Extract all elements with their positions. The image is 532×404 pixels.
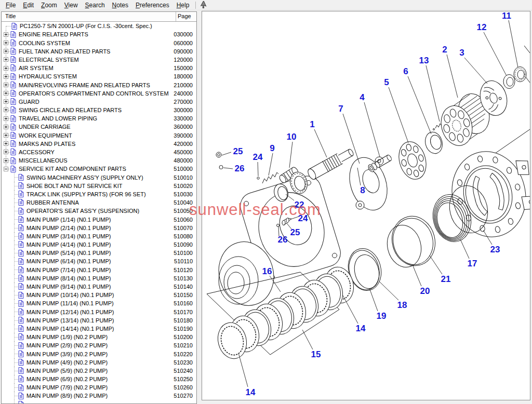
tree-row[interactable]: MAIN PUMP (3/14) (N0.1 PUMP)510080 <box>2 232 196 240</box>
callout-20[interactable]: 20 <box>420 286 430 296</box>
callout-5[interactable]: 5 <box>384 77 389 87</box>
callout-24[interactable]: 24 <box>253 152 263 162</box>
expander-plus[interactable] <box>4 57 8 62</box>
tree-row[interactable]: MARKS AND PLATES420000 <box>2 140 196 148</box>
tree-row[interactable]: MAIN/REVOLVING FRAME AND RELATED PARTS21… <box>2 80 196 89</box>
tree-row[interactable]: MISCELLANEOUS480000 <box>2 156 196 165</box>
tree-row[interactable]: RUBBER ANTENNA510040 <box>2 198 196 207</box>
expander-plus[interactable] <box>4 107 8 112</box>
menu-preferences[interactable]: Preferences <box>132 1 173 10</box>
tree-row[interactable]: SWING MACHINERY ASS'Y (SUPPLY ONLY)51001… <box>2 173 196 181</box>
tree-row[interactable]: MAIN PUMP (3/9) (N0.2 PUMP)510220 <box>2 349 196 358</box>
tree-row[interactable]: MAIN PUMP (7/9) (N0.2 PUMP)510260 <box>2 383 196 392</box>
tree-row[interactable]: UNDER CARRIAGE360000 <box>2 123 196 131</box>
expander-plus[interactable] <box>4 99 8 104</box>
callout-2[interactable]: 2 <box>442 45 447 55</box>
tree-row[interactable]: MAIN PUMP (6/14) (N0.1 PUMP)510110 <box>2 257 196 265</box>
tree-row[interactable]: OPERATOR'S SEAT ASS'Y (SUSPENSION)510050 <box>2 207 196 215</box>
tree-row[interactable]: MAIN PUMP (12/14) (N0.1 PUMP)510170 <box>2 307 196 316</box>
tree-row[interactable]: MAIN PUMP (9/14) (N0.1 PUMP)510140 <box>2 282 196 291</box>
tree-row[interactable]: MAIN PUMP (7/14) (N0.1 PUMP)510120 <box>2 265 196 274</box>
expander-plus[interactable] <box>4 91 8 96</box>
expander-plus[interactable] <box>4 66 8 71</box>
callout-6[interactable]: 6 <box>403 66 408 76</box>
tree-row[interactable]: MAIN PUMP (4/14) (N0.1 PUMP)510090 <box>2 240 196 249</box>
menu-help[interactable]: Help <box>173 1 193 10</box>
callout-7[interactable]: 7 <box>338 104 343 114</box>
tree-row[interactable]: MAIN PUMP (10/14) (N0.1 PUMP)510150 <box>2 291 196 299</box>
tree-row[interactable]: MAIN PUMP (1/14) (N0.1 PUMP)510060 <box>2 215 196 223</box>
tree-row[interactable]: MAIN PUMP (5/9) (N0.2 PUMP)510240 <box>2 367 196 375</box>
callout-22[interactable]: 22 <box>295 200 304 210</box>
callout-3[interactable]: 3 <box>459 48 464 58</box>
expander-plus[interactable] <box>4 74 8 79</box>
tree-row[interactable]: PC1250-7 S/N 20001-UP (For C.I.S. -30cen… <box>2 22 196 30</box>
callout-25[interactable]: 25 <box>290 227 300 237</box>
expander-plus[interactable] <box>4 41 8 45</box>
tree-row[interactable]: ACCESSORY450000 <box>2 148 196 156</box>
tree-row[interactable]: FUEL TANK AND RELATED PARTS090000 <box>2 47 196 56</box>
callout-9[interactable]: 9 <box>270 143 274 153</box>
tree-row[interactable]: MAIN PUMP (8/14) (N0.1 PUMP)510130 <box>2 274 196 282</box>
expander-plus[interactable] <box>4 32 8 37</box>
expander-plus[interactable] <box>4 150 8 154</box>
tree-row[interactable]: COOLING SYSTEM060000 <box>2 38 196 47</box>
column-header-title[interactable]: Title <box>5 13 16 19</box>
callout-15[interactable]: 15 <box>311 349 321 359</box>
callout-10[interactable]: 10 <box>287 132 297 142</box>
callout-1[interactable]: 1 <box>310 119 314 129</box>
tree-row[interactable]: MAIN PUMP (14/14) (N0.1 PUMP)510190 <box>2 325 196 333</box>
menu-view[interactable]: View <box>61 1 82 10</box>
callout-25[interactable]: 25 <box>233 146 243 156</box>
tree-row[interactable]: HYDRAULIC SYSTEM180000 <box>2 72 196 80</box>
tree-row[interactable]: MAIN PUMP (2/9) (N0.2 PUMP)510210 <box>2 341 196 349</box>
callout-21[interactable]: 21 <box>441 274 451 284</box>
expander-plus[interactable] <box>4 83 8 87</box>
tree-row[interactable]: WORK EQUIPMENT390000 <box>2 131 196 139</box>
expander-plus[interactable] <box>4 133 8 138</box>
tree-row[interactable]: MAIN PUMP (5/14) (N0.1 PUMP)510100 <box>2 249 196 257</box>
expander-plus[interactable] <box>4 116 8 121</box>
callout-26[interactable]: 26 <box>278 235 288 245</box>
diagram-panel[interactable]: 1234567891011121314141516171819202122232… <box>202 11 530 400</box>
tree-row[interactable]: ENGINE RELATED PARTS030000 <box>2 30 196 38</box>
tree-row[interactable]: MAIN PUMP (1/9) (N0.2 PUMP)510200 <box>2 333 196 341</box>
callout-4[interactable]: 4 <box>360 92 365 102</box>
expander-plus[interactable] <box>4 158 8 163</box>
callout-11[interactable]: 11 <box>502 11 511 21</box>
tree-row[interactable]: MAIN PUMP (4/9) (N0.2 PUMP)510230 <box>2 358 196 367</box>
expander-minus[interactable] <box>4 167 8 171</box>
pointer-tool-icon[interactable] <box>200 1 208 9</box>
callout-14[interactable]: 14 <box>356 324 366 333</box>
callout-19[interactable]: 19 <box>377 311 387 321</box>
column-divider[interactable] <box>176 12 176 21</box>
tree-row[interactable]: SWING CIRCLE AND RELATED PARTS300000 <box>2 106 196 114</box>
tree-row[interactable]: MAIN PUMP (13/14) (N0.1 PUMP)510180 <box>2 316 196 325</box>
menu-zoom[interactable]: Zoom <box>37 1 61 10</box>
expander-plus[interactable] <box>4 49 8 53</box>
expander-plus[interactable] <box>4 141 8 146</box>
tree-row[interactable]: OPERATOR'S COMPARTMENT AND CONTROL SYSTE… <box>2 89 196 98</box>
menu-file[interactable]: File <box>2 1 19 10</box>
tree-row[interactable]: SHOE BOLT AND NUT SERVICE KIT510020 <box>2 182 196 190</box>
tree-row[interactable]: ELECTRICAL SYSTEM120000 <box>2 56 196 64</box>
callout-8[interactable]: 8 <box>360 185 365 195</box>
tree-row[interactable]: MAIN PUMP (8/9) (N0.2 PUMP)510270 <box>2 392 196 400</box>
callout-14[interactable]: 14 <box>246 387 256 397</box>
callout-17[interactable]: 17 <box>468 259 477 268</box>
callout-23[interactable]: 23 <box>490 245 500 254</box>
callout-12[interactable]: 12 <box>477 22 487 32</box>
menu-edit[interactable]: Edit <box>19 1 37 10</box>
callout-18[interactable]: 18 <box>397 300 407 310</box>
tree-row[interactable]: SERVICE KIT AND COMPONENT PARTS510000 <box>2 165 196 173</box>
tree-row[interactable]: MAIN PUMP (2/14) (N0.1 PUMP)510070 <box>2 224 196 232</box>
tree-row[interactable]: MAIN PUMP (6/9) (N0.2 PUMP)510250 <box>2 375 196 383</box>
callout-16[interactable]: 16 <box>262 266 272 276</box>
tree-row[interactable]: TRAVEL AND LOWER PIPING330000 <box>2 114 196 123</box>
tree-row[interactable]: TRACK LINK (SUPPLY PARTS) (FOR 96 SET)51… <box>2 190 196 198</box>
tree-row[interactable]: GUARD270000 <box>2 98 196 106</box>
column-header-page[interactable]: Page <box>178 13 191 19</box>
tree-row[interactable]: AIR SYSTEM150000 <box>2 64 196 72</box>
expander-plus[interactable] <box>4 125 8 129</box>
tree-row[interactable] <box>2 400 196 403</box>
